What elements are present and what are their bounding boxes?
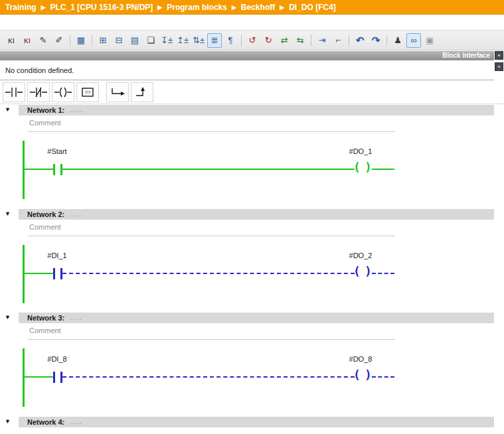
symbol-information-icon[interactable]: ≣ [207,33,222,48]
network-title: Network 3: [27,313,64,323]
coil-element[interactable]: ( [353,265,361,277]
contact-element[interactable] [53,268,55,279]
rung-segment [62,376,355,378]
power-rail [23,245,25,303]
toolbar-separator [241,35,242,46]
favorites-bar: ?? [0,81,504,104]
absolute-operands-icon[interactable]: ĸı [4,33,19,48]
collapse-favorites-button[interactable]: « [495,62,503,71]
toolbar-separator [386,35,387,46]
network-collapse-arrow[interactable]: ▼ [5,210,11,217]
coil-element[interactable]: ( [353,161,361,173]
network-title-placeholder: ..... [70,209,82,220]
rung-segment [25,273,53,274]
block-interface-bar[interactable]: Block interface [0,51,494,60]
network-3: ▼ Network 3: ..... Comment ( ) #DI_8 #DO… [0,313,504,417]
network-collapse-arrow[interactable]: ▼ [5,418,11,425]
rung-segment [372,376,394,378]
insert-row-above-icon[interactable]: ↥± [175,33,190,48]
network-header[interactable]: Network 2: ..... [19,209,494,220]
favorite-open-branch-button[interactable] [106,82,129,102]
comment-divider [28,236,395,236]
network-title: Network 2: [27,209,64,220]
network-title-placeholder: ..... [70,105,82,115]
ladder-rung: ( ) #DI_8 #DO_8 [0,348,504,407]
coil-operand[interactable]: #DO_2 [333,252,388,259]
consistency-check-icon[interactable]: ⇆ [293,33,307,48]
coil-element[interactable]: ) [365,265,372,277]
breadcrumb-item-group[interactable]: Beckhoff [241,3,275,12]
swap-rows-icon[interactable]: ⇅± [191,33,206,48]
network-comments-icon[interactable]: ❏ [143,33,158,48]
contact-operand[interactable]: #DI_1 [29,252,85,259]
breadcrumb-item-block[interactable]: DI_DO [FC4] [289,3,336,12]
breadcrumb-item-plc[interactable]: PLC_1 [CPU 1516-3 PN/DP] [50,3,153,12]
network-collapse-arrow[interactable]: ▼ [5,106,11,113]
favorite-coil-button[interactable] [52,82,74,102]
lad-editor-toolbar: ĸı ĸı ✎ ✐ ▦ ⊞ ⊟ ▤ ❏ ↧± ↥± ⇅± ≣ ¶ ↺ ↻ ⇄ ⇆… [0,30,504,50]
open-all-networks-icon[interactable]: ⊞ [96,33,110,48]
rung-segment [25,169,53,170]
breadcrumb-separator-icon: ▶ [41,0,46,15]
network-header[interactable]: Network 1: ..... [19,105,494,115]
rung-segment [62,169,355,170]
breadcrumb-item-program-blocks[interactable]: Program blocks [167,3,227,12]
breadcrumb-separator-icon: ▶ [157,0,162,15]
coil-element[interactable]: ( [353,369,361,381]
coil-operand[interactable]: #DO_8 [333,355,388,363]
close-branch-icon [133,86,151,99]
rewire-icon[interactable]: ✎ [36,33,50,48]
network-title: Network 1: [27,105,64,115]
network-comment[interactable]: Comment [29,326,61,334]
favorite-contact-nc-button[interactable] [27,82,50,102]
symbolic-operands-icon[interactable]: ĸı [20,33,35,48]
ladder-rung: ( ) #Start #DO_1 [0,141,504,199]
coil-element[interactable]: ) [365,369,372,381]
network-comment[interactable]: Comment [29,223,61,231]
know-how-protection-icon[interactable]: ♟ [390,33,405,48]
toolbar-separator [311,35,311,46]
contact-operand[interactable]: #Start [29,147,85,155]
breadcrumb-item-project[interactable]: Training [5,3,37,12]
network-comment[interactable]: Comment [29,119,61,127]
network-grid-icon[interactable]: ▤ [127,33,142,48]
network-2: ▼ Network 2: ..... Comment ( ) #DI_1 #DO… [0,209,504,313]
collapse-block-interface-button[interactable]: « [495,51,503,60]
contact-element[interactable] [53,164,55,175]
coil-operand[interactable]: #DO_1 [333,147,388,155]
previous-point-of-use-icon[interactable]: ↶ [353,33,367,48]
next-error-icon[interactable]: ↻ [261,33,276,48]
network-title-placeholder: ..... [70,417,82,427]
close-all-networks-icon[interactable]: ⊟ [112,33,126,48]
toolbar-separator [70,35,70,46]
favorite-contact-no-button[interactable] [3,82,25,102]
network-1: ▼ Network 1: ..... Comment ( ) #Start #D… [0,105,504,209]
comment-divider [28,339,395,340]
previous-error-icon[interactable]: ↺ [245,33,260,48]
update-block-calls-icon[interactable]: ⇄ [277,33,292,48]
network-header[interactable]: Network 3: ..... [19,313,494,323]
rename-icon[interactable]: ✐ [52,33,66,48]
insert-branch-icon[interactable]: ⌐ [331,33,345,48]
favorite-close-branch-button[interactable] [131,82,153,102]
block-interface-label: Block interface [442,52,490,59]
breadcrumb: Training ▶ PLC_1 [CPU 1516-3 PN/DP] ▶ Pr… [0,0,504,15]
contact-operand[interactable]: #DI_8 [29,355,85,363]
next-point-of-use-icon[interactable]: ↷ [369,33,383,48]
toolbar-separator [92,35,92,46]
normally-open-contact-icon [5,86,23,99]
network-collapse-arrow[interactable]: ▼ [5,314,11,321]
insert-row-below-icon[interactable]: ↧± [159,33,174,48]
network-header[interactable]: Network 4: ..... [19,417,494,427]
output-coil-icon [54,86,72,99]
coil-element[interactable]: ) [365,161,372,173]
freeform-comments-icon[interactable]: ¶ [223,33,238,48]
snapshot-icon[interactable]: ▣ [422,33,437,48]
goto-definition-icon[interactable]: ⇥ [315,33,329,48]
paste-pattern-icon[interactable]: ▦ [74,33,88,48]
favorite-empty-box-button[interactable]: ?? [76,82,99,102]
network-4: ▼ Network 4: ..... [0,417,504,434]
contact-element[interactable] [53,372,55,383]
monitoring-onoff-icon[interactable]: ∞ [406,33,421,48]
rung-segment [372,273,394,274]
